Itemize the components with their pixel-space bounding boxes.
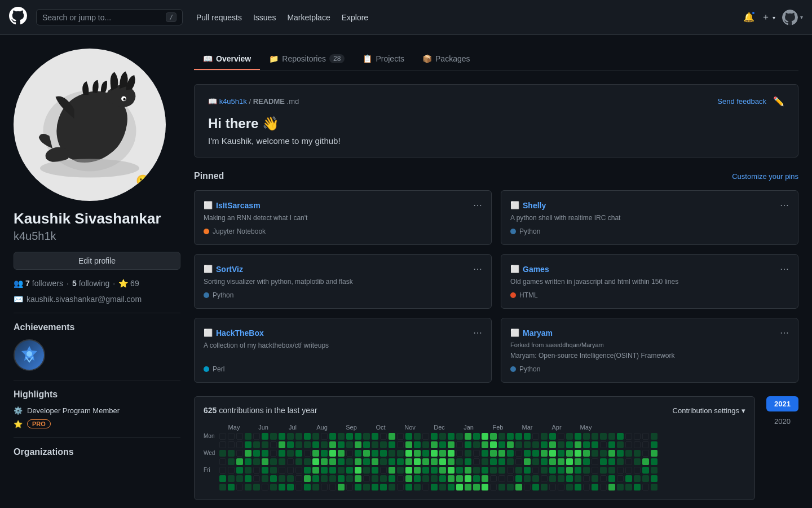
year-2021-button[interactable]: 2021 [766,396,798,411]
contrib-cell[interactable] [651,433,657,440]
contrib-cell[interactable] [634,475,641,482]
contrib-cell[interactable] [482,450,488,457]
contrib-cell[interactable] [515,475,522,482]
contrib-cell[interactable] [642,458,649,465]
contrib-cell[interactable] [431,467,438,474]
contrib-cell[interactable] [625,450,632,457]
contrib-cell[interactable] [346,458,353,465]
contrib-cell[interactable] [262,441,268,448]
contrib-cell[interactable] [329,433,336,440]
contrib-cell[interactable] [498,467,505,474]
contrib-cell[interactable] [431,450,438,457]
contrib-cell[interactable] [600,467,607,474]
contrib-cell[interactable] [312,475,319,482]
contrib-cell[interactable] [558,450,564,457]
contrib-cell[interactable] [372,467,378,474]
contrib-cell[interactable] [456,475,463,482]
contrib-cell[interactable] [287,433,294,440]
contrib-cell[interactable] [279,475,285,482]
contrib-cell[interactable] [490,467,497,474]
contrib-cell[interactable] [295,441,302,448]
contrib-cell[interactable] [439,450,446,457]
contrib-cell[interactable] [490,433,497,440]
contrib-cell[interactable] [473,475,480,482]
contrib-cell[interactable] [321,458,328,465]
contrib-cell[interactable] [541,450,548,457]
contrib-cell[interactable] [507,450,514,457]
contrib-cell[interactable] [456,441,463,448]
repo-link-games[interactable]: Games [523,265,549,274]
contrib-cell[interactable] [634,484,641,491]
contrib-cell[interactable] [625,484,632,491]
contrib-cell[interactable] [515,484,522,491]
contrib-cell[interactable] [363,475,370,482]
contrib-cell[interactable] [287,458,294,465]
contrib-cell[interactable] [380,433,387,440]
contrib-cell[interactable] [329,475,336,482]
contrib-cell[interactable] [304,467,311,474]
contrib-cell[interactable] [372,484,378,491]
contrib-cell[interactable] [608,484,615,491]
contrib-cell[interactable] [473,441,480,448]
contribution-settings-button[interactable]: Contribution settings ▾ [673,406,746,415]
nav-issues[interactable]: Issues [249,10,280,25]
contrib-cell[interactable] [583,475,590,482]
contrib-cell[interactable] [312,484,319,491]
contrib-cell[interactable] [279,484,285,491]
contrib-cell[interactable] [405,433,412,440]
contrib-cell[interactable] [651,467,657,474]
contrib-cell[interactable] [397,475,404,482]
contrib-cell[interactable] [304,458,311,465]
contrib-cell[interactable] [600,458,607,465]
contrib-cell[interactable] [473,433,480,440]
contrib-cell[interactable] [575,433,581,440]
contrib-cell[interactable] [397,484,404,491]
contrib-cell[interactable] [541,441,548,448]
contrib-cell[interactable] [380,467,387,474]
contrib-cell[interactable] [279,441,285,448]
contrib-cell[interactable] [448,433,454,440]
contrib-cell[interactable] [321,433,328,440]
contrib-cell[interactable] [465,450,471,457]
contrib-cell[interactable] [617,467,624,474]
repo-link-isitsarcasm[interactable]: IsItSarcasm [216,201,261,210]
contrib-cell[interactable] [575,467,581,474]
contrib-cell[interactable] [575,441,581,448]
contrib-cell[interactable] [532,458,539,465]
contrib-cell[interactable] [439,433,446,440]
notifications-button[interactable]: 🔔 [743,12,754,23]
contrib-cell[interactable] [473,458,480,465]
contrib-cell[interactable] [532,450,539,457]
contrib-cell[interactable] [304,484,311,491]
contrib-cell[interactable] [363,458,370,465]
contrib-cell[interactable] [304,441,311,448]
contrib-cell[interactable] [524,467,531,474]
contrib-cell[interactable] [549,467,556,474]
tab-repositories[interactable]: 📁 Repositories 28 [260,49,354,70]
contrib-cell[interactable] [524,484,531,491]
contrib-cell[interactable] [625,475,632,482]
contrib-cell[interactable] [414,484,421,491]
contrib-cell[interactable] [372,441,378,448]
contrib-cell[interactable] [329,467,336,474]
contrib-cell[interactable] [465,467,471,474]
nav-pull-requests[interactable]: Pull requests [192,10,246,25]
contrib-cell[interactable] [270,433,277,440]
contrib-cell[interactable] [558,475,564,482]
contrib-cell[interactable] [541,467,548,474]
contrib-cell[interactable] [575,450,581,457]
contrib-cell[interactable] [363,433,370,440]
contrib-cell[interactable] [583,433,590,440]
contrib-cell[interactable] [498,475,505,482]
contrib-cell[interactable] [583,484,590,491]
contrib-cell[interactable] [338,467,345,474]
contrib-cell[interactable] [219,484,226,491]
contrib-cell[interactable] [642,475,649,482]
contrib-cell[interactable] [372,458,378,465]
contrib-cell[interactable] [617,450,624,457]
contrib-cell[interactable] [524,450,531,457]
contrib-cell[interactable] [490,484,497,491]
contrib-cell[interactable] [566,441,573,448]
contrib-cell[interactable] [321,441,328,448]
contrib-cell[interactable] [338,441,345,448]
